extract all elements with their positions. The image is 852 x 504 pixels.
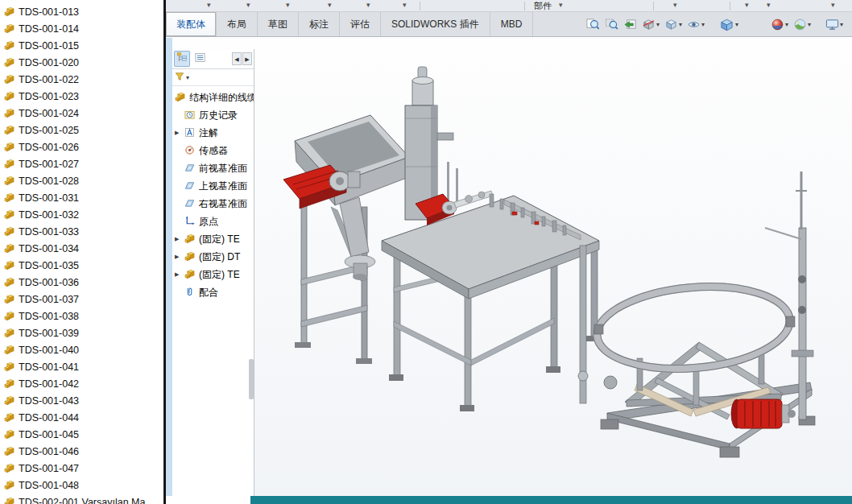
assembly-doc-icon [4,446,15,457]
file-list-item[interactable]: TDS-001-027 [0,155,163,172]
dropdown-caret-icon[interactable]: ▾ [831,1,835,9]
tree-item-top-plane[interactable]: 上视基准面 [172,177,254,195]
expand-arrow-icon[interactable]: ▶ [175,236,184,242]
expand-arrow-icon[interactable]: ▶ [175,271,184,278]
ribbon-tab-annotation[interactable]: 标注 [299,12,340,36]
assembly-doc-icon [4,40,15,52]
dropdown-caret-icon[interactable]: ▾ [656,21,660,28]
tree-item-front-plane[interactable]: 前视基准面 [172,159,254,177]
display-style-button[interactable]: ▾ [662,16,684,33]
file-list-item[interactable]: TDS-001-039 [0,324,163,341]
file-list-item[interactable]: TDS-001-046 [0,443,163,460]
zoom-to-fit-button[interactable] [584,16,602,33]
file-list-item[interactable]: TDS-001-041 [0,358,163,375]
tree-item-right-plane[interactable]: 右视基准面 [172,195,254,213]
file-list-item[interactable]: TDS-001-025 [0,122,163,138]
section-view-button[interactable]: ▾ [639,16,662,33]
ribbon-tab-solidworks-addins[interactable]: SOLIDWORKS 插件 [381,12,490,36]
dropdown-caret-icon[interactable]: ▾ [328,1,332,9]
tree-scrollbar-thumb[interactable] [249,359,254,399]
table-machine-component[interactable] [382,67,599,411]
dropdown-caret-icon[interactable]: ▾ [808,21,811,28]
file-list-item[interactable]: TDS-001-032 [0,206,163,223]
tree-item-origin[interactable]: 原点 [172,213,254,230]
file-list-item[interactable]: TDS-001-028 [0,172,163,189]
file-name-label: TDS-001-048 [19,480,79,491]
tree-item-annotations[interactable]: ▶注解 [172,124,254,142]
file-list-item[interactable]: TDS-001-026 [0,138,163,155]
file-list-item[interactable]: TDS-001-047 [0,460,163,477]
file-name-label: TDS-002-001 Varsayılan Ma [19,497,145,504]
file-list-item[interactable]: TDS-001-024 [0,105,163,122]
dropdown-caret-icon[interactable]: ▾ [207,1,211,9]
zoom-to-area-button[interactable] [602,16,621,33]
tree-item-history[interactable]: 历史记录 [172,106,254,124]
monitor-icon [825,18,839,31]
view-orientation-button[interactable]: ▾ [717,15,741,34]
dropdown-caret-icon[interactable]: ▾ [701,21,705,28]
ribbon-tab-layout[interactable]: 布局 [217,12,258,36]
graphics-viewport[interactable]: ◀ ▶ ▾ 结构详细的线缆历史记录▶注解传感器前视基准面上视基准面右视基准面原点… [166,38,852,496]
ribbon-tab-sketch[interactable]: 草图 [258,12,299,36]
tree-item-component-te-2[interactable]: ▶(固定) TE [172,266,254,283]
file-list-item[interactable]: TDS-001-038 [0,308,163,324]
edit-appearance-button[interactable]: ▾ [768,16,791,33]
previous-view-button[interactable] [621,16,639,33]
tree-item-assembly-root[interactable]: 结构详细的线缆 [172,89,254,106]
view-settings-button[interactable]: ▾ [823,16,846,33]
dropdown-caret-icon[interactable]: ▾ [186,74,189,81]
file-list-item[interactable]: TDS-001-035 [0,257,163,274]
file-list-item[interactable]: TDS-001-022 [0,71,163,88]
tree-item-label: (固定) DT [199,250,240,264]
file-list-item[interactable]: TDS-001-020 [0,54,163,71]
dropdown-caret-icon[interactable]: ▾ [673,1,677,9]
file-list-item[interactable]: TDS-002-001 Varsayılan Ma [0,494,163,504]
feature-tree: 结构详细的线缆历史记录▶注解传感器前视基准面上视基准面右视基准面原点▶(固定) … [172,86,254,301]
file-list-item[interactable]: TDS-001-031 [0,189,163,206]
file-list-item[interactable]: TDS-001-033 [0,223,163,240]
file-list-item[interactable]: TDS-001-043 [0,392,163,409]
file-list-item[interactable]: TDS-001-040 [0,341,163,358]
file-list-item[interactable]: TDS-001-048 [0,477,163,494]
dropdown-caret-icon[interactable]: ▾ [735,21,738,28]
dropdown-caret-icon[interactable]: ▾ [785,21,788,28]
file-list-item[interactable]: TDS-001-015 [0,37,163,54]
expand-arrow-icon[interactable]: ▶ [175,254,184,260]
apply-scene-button[interactable]: ▾ [791,16,813,33]
file-list-item[interactable]: TDS-001-045 [0,426,163,443]
rotary-ring-component[interactable] [578,171,815,457]
property-list-icon [194,52,206,66]
tree-item-component-dt[interactable]: ▶(固定) DT [172,248,254,266]
tree-item-sensors[interactable]: 传感器 [172,142,254,159]
featuremanager-tree-tab[interactable] [174,51,190,67]
file-list-item[interactable]: TDS-001-036 [0,274,163,291]
dropdown-caret-icon[interactable]: ▾ [366,1,370,9]
file-list-item[interactable]: TDS-001-042 [0,375,163,392]
file-list-item[interactable]: TDS-001-014 [0,20,163,37]
tab-nav-prev-button[interactable]: ◀ [232,52,242,65]
dropdown-caret-icon[interactable]: ▾ [286,1,290,9]
dropdown-caret-icon[interactable]: ▾ [767,1,771,9]
file-list-item[interactable]: TDS-001-034 [0,240,163,257]
tree-item-mates[interactable]: 配合 [172,283,254,301]
file-list-item[interactable]: TDS-001-037 [0,291,163,308]
ribbon-tab-assembly[interactable]: 装配体 [166,12,217,36]
file-list-item[interactable]: TDS-001-013 [0,3,163,20]
ribbon-tab-mbd[interactable]: MBD [490,12,534,36]
assembly-doc-icon [4,57,15,68]
expand-arrow-icon[interactable]: ▶ [175,130,184,136]
file-list-item[interactable]: TDS-001-023 [0,88,163,105]
hide-show-items-button[interactable]: ▾ [684,16,707,33]
propertymanager-tab[interactable] [192,51,208,67]
dropdown-caret-icon[interactable]: ▾ [745,1,749,9]
dropdown-caret-icon[interactable]: ▾ [403,1,407,9]
tab-nav-next-button[interactable]: ▶ [242,52,252,65]
dropdown-caret-icon[interactable]: ▾ [840,21,843,28]
dropdown-caret-icon[interactable]: ▾ [679,21,682,28]
dropdown-caret-icon[interactable]: ▾ [559,1,563,9]
ribbon-tab-evaluate[interactable]: 评估 [340,12,381,36]
tree-filter-bar[interactable]: ▾ [172,69,254,86]
dropdown-caret-icon[interactable]: ▾ [246,1,250,9]
file-list-item[interactable]: TDS-001-044 [0,409,163,426]
tree-item-component-te-1[interactable]: ▶(固定) TE [172,230,254,248]
